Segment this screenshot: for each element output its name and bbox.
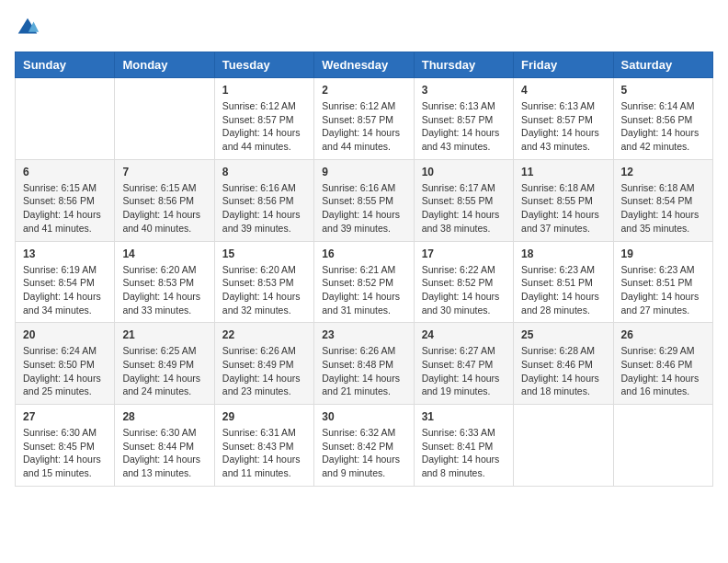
cell-content: Sunrise: 6:18 AM Sunset: 8:54 PM Dayligh…: [621, 181, 705, 236]
day-number: 10: [422, 166, 506, 178]
calendar-cell: 18Sunrise: 6:23 AM Sunset: 8:51 PM Dayli…: [514, 241, 613, 323]
header-day: Wednesday: [314, 52, 414, 78]
cell-content: Sunrise: 6:12 AM Sunset: 8:57 PM Dayligh…: [322, 99, 405, 154]
calendar-cell: 1Sunrise: 6:12 AM Sunset: 8:57 PM Daylig…: [214, 78, 313, 160]
calendar-cell: 23Sunrise: 6:26 AM Sunset: 8:48 PM Dayli…: [314, 323, 414, 405]
cell-content: Sunrise: 6:13 AM Sunset: 8:57 PM Dayligh…: [521, 99, 605, 154]
day-number: 29: [222, 410, 306, 423]
day-number: 26: [621, 328, 705, 341]
calendar-week-row: 27Sunrise: 6:30 AM Sunset: 8:45 PM Dayli…: [16, 405, 713, 487]
day-number: 4: [521, 84, 605, 97]
day-number: 16: [322, 247, 405, 260]
cell-content: Sunrise: 6:20 AM Sunset: 8:53 PM Dayligh…: [222, 263, 306, 317]
cell-content: Sunrise: 6:14 AM Sunset: 8:56 PM Dayligh…: [621, 99, 705, 154]
day-number: 17: [422, 247, 506, 260]
header-day: Saturday: [613, 52, 712, 78]
cell-content: Sunrise: 6:27 AM Sunset: 8:47 PM Dayligh…: [422, 344, 506, 398]
cell-content: Sunrise: 6:15 AM Sunset: 8:56 PM Dayligh…: [122, 181, 206, 236]
day-number: 13: [23, 247, 107, 260]
day-number: 7: [122, 166, 206, 178]
cell-content: Sunrise: 6:30 AM Sunset: 8:45 PM Dayligh…: [23, 426, 107, 480]
calendar-cell: 8Sunrise: 6:16 AM Sunset: 8:56 PM Daylig…: [214, 159, 313, 241]
calendar-cell: 7Sunrise: 6:15 AM Sunset: 8:56 PM Daylig…: [115, 159, 214, 241]
calendar-cell: 31Sunrise: 6:33 AM Sunset: 8:41 PM Dayli…: [414, 405, 513, 487]
cell-content: Sunrise: 6:33 AM Sunset: 8:41 PM Dayligh…: [422, 426, 506, 480]
calendar-cell: 6Sunrise: 6:15 AM Sunset: 8:56 PM Daylig…: [16, 159, 115, 241]
cell-content: Sunrise: 6:19 AM Sunset: 8:54 PM Dayligh…: [23, 263, 107, 317]
calendar-cell: 9Sunrise: 6:16 AM Sunset: 8:55 PM Daylig…: [314, 159, 414, 241]
day-number: 9: [322, 166, 405, 178]
cell-content: Sunrise: 6:29 AM Sunset: 8:46 PM Dayligh…: [621, 344, 705, 398]
calendar-cell: 22Sunrise: 6:26 AM Sunset: 8:49 PM Dayli…: [214, 323, 313, 405]
calendar-cell: 16Sunrise: 6:21 AM Sunset: 8:52 PM Dayli…: [314, 241, 414, 323]
day-number: 19: [621, 247, 705, 260]
calendar-week-row: 6Sunrise: 6:15 AM Sunset: 8:56 PM Daylig…: [16, 159, 713, 241]
calendar-cell: 14Sunrise: 6:20 AM Sunset: 8:53 PM Dayli…: [115, 241, 214, 323]
day-number: 31: [422, 410, 506, 423]
day-number: 1: [222, 84, 306, 97]
calendar-cell: [16, 78, 115, 160]
day-number: 6: [23, 166, 107, 178]
cell-content: Sunrise: 6:23 AM Sunset: 8:51 PM Dayligh…: [621, 263, 705, 317]
header-day: Friday: [514, 52, 613, 78]
day-number: 20: [23, 328, 107, 341]
day-number: 2: [322, 84, 405, 97]
calendar-cell: 3Sunrise: 6:13 AM Sunset: 8:57 PM Daylig…: [414, 78, 513, 160]
calendar-cell: 11Sunrise: 6:18 AM Sunset: 8:55 PM Dayli…: [514, 159, 613, 241]
calendar-header: SundayMondayTuesdayWednesdayThursdayFrid…: [16, 52, 713, 78]
calendar-cell: 30Sunrise: 6:32 AM Sunset: 8:42 PM Dayli…: [314, 405, 414, 487]
day-number: 12: [621, 166, 705, 178]
cell-content: Sunrise: 6:22 AM Sunset: 8:52 PM Dayligh…: [422, 263, 506, 317]
cell-content: Sunrise: 6:13 AM Sunset: 8:57 PM Dayligh…: [422, 99, 506, 154]
cell-content: Sunrise: 6:23 AM Sunset: 8:51 PM Dayligh…: [521, 263, 605, 317]
calendar-cell: [613, 405, 712, 487]
header-day: Tuesday: [214, 52, 313, 78]
calendar-cell: [115, 78, 214, 160]
day-number: 28: [122, 410, 206, 423]
day-number: 11: [521, 166, 605, 178]
calendar-cell: 15Sunrise: 6:20 AM Sunset: 8:53 PM Dayli…: [214, 241, 313, 323]
cell-content: Sunrise: 6:32 AM Sunset: 8:42 PM Dayligh…: [322, 426, 405, 480]
day-number: 3: [422, 84, 506, 97]
cell-content: Sunrise: 6:18 AM Sunset: 8:55 PM Dayligh…: [521, 181, 605, 236]
calendar-week-row: 20Sunrise: 6:24 AM Sunset: 8:50 PM Dayli…: [16, 323, 713, 405]
cell-content: Sunrise: 6:28 AM Sunset: 8:46 PM Dayligh…: [521, 344, 605, 398]
cell-content: Sunrise: 6:31 AM Sunset: 8:43 PM Dayligh…: [222, 426, 306, 480]
cell-content: Sunrise: 6:15 AM Sunset: 8:56 PM Dayligh…: [23, 181, 107, 236]
calendar-cell: 4Sunrise: 6:13 AM Sunset: 8:57 PM Daylig…: [514, 78, 613, 160]
calendar-cell: 20Sunrise: 6:24 AM Sunset: 8:50 PM Dayli…: [16, 323, 115, 405]
calendar-week-row: 1Sunrise: 6:12 AM Sunset: 8:57 PM Daylig…: [16, 78, 713, 160]
calendar-cell: 26Sunrise: 6:29 AM Sunset: 8:46 PM Dayli…: [613, 323, 712, 405]
calendar-cell: 27Sunrise: 6:30 AM Sunset: 8:45 PM Dayli…: [16, 405, 115, 487]
cell-content: Sunrise: 6:26 AM Sunset: 8:49 PM Dayligh…: [222, 344, 306, 398]
calendar-cell: 13Sunrise: 6:19 AM Sunset: 8:54 PM Dayli…: [16, 241, 115, 323]
calendar-cell: 25Sunrise: 6:28 AM Sunset: 8:46 PM Dayli…: [514, 323, 613, 405]
calendar-cell: 17Sunrise: 6:22 AM Sunset: 8:52 PM Dayli…: [414, 241, 513, 323]
calendar-cell: 21Sunrise: 6:25 AM Sunset: 8:49 PM Dayli…: [115, 323, 214, 405]
day-number: 27: [23, 410, 107, 423]
cell-content: Sunrise: 6:30 AM Sunset: 8:44 PM Dayligh…: [122, 426, 206, 480]
day-number: 8: [222, 166, 306, 178]
day-number: 23: [322, 328, 405, 341]
calendar-body: 1Sunrise: 6:12 AM Sunset: 8:57 PM Daylig…: [16, 78, 713, 487]
day-number: 15: [222, 247, 306, 260]
cell-content: Sunrise: 6:17 AM Sunset: 8:55 PM Dayligh…: [422, 181, 506, 236]
cell-content: Sunrise: 6:16 AM Sunset: 8:55 PM Dayligh…: [322, 181, 405, 236]
cell-content: Sunrise: 6:20 AM Sunset: 8:53 PM Dayligh…: [122, 263, 206, 317]
day-number: 22: [222, 328, 306, 341]
calendar-cell: 19Sunrise: 6:23 AM Sunset: 8:51 PM Dayli…: [613, 241, 712, 323]
calendar-cell: 28Sunrise: 6:30 AM Sunset: 8:44 PM Dayli…: [115, 405, 214, 487]
cell-content: Sunrise: 6:16 AM Sunset: 8:56 PM Dayligh…: [222, 181, 306, 236]
header-day: Sunday: [16, 52, 115, 78]
calendar-cell: 10Sunrise: 6:17 AM Sunset: 8:55 PM Dayli…: [414, 159, 513, 241]
calendar-week-row: 13Sunrise: 6:19 AM Sunset: 8:54 PM Dayli…: [16, 241, 713, 323]
cell-content: Sunrise: 6:26 AM Sunset: 8:48 PM Dayligh…: [322, 344, 405, 398]
day-number: 25: [521, 328, 605, 341]
cell-content: Sunrise: 6:25 AM Sunset: 8:49 PM Dayligh…: [122, 344, 206, 398]
day-number: 14: [122, 247, 206, 260]
cell-content: Sunrise: 6:24 AM Sunset: 8:50 PM Dayligh…: [23, 344, 107, 398]
cell-content: Sunrise: 6:12 AM Sunset: 8:57 PM Dayligh…: [222, 99, 306, 154]
day-number: 21: [122, 328, 206, 341]
calendar-cell: 24Sunrise: 6:27 AM Sunset: 8:47 PM Dayli…: [414, 323, 513, 405]
calendar-cell: 5Sunrise: 6:14 AM Sunset: 8:56 PM Daylig…: [613, 78, 712, 160]
